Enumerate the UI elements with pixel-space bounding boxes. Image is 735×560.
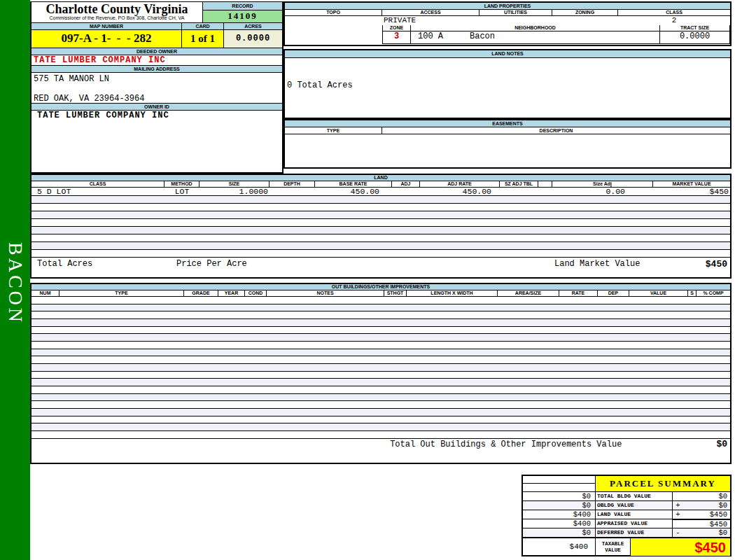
column-header: BASE RATE	[315, 181, 392, 187]
zone-header: ZONE	[383, 25, 411, 31]
empty-row	[31, 401, 730, 409]
empty-row	[31, 416, 730, 424]
column-header: CLASS	[31, 181, 164, 187]
out-buildings-column-headers: NUMTYPEGRADEYEARCONDNOTESSTHGTLENGTH X W…	[31, 290, 730, 297]
empty-row	[31, 219, 730, 227]
column-header: MARKET VALUE	[653, 181, 730, 187]
land-data-row: 5 D LOTLOT1.0000450.00450.000.00$450	[31, 188, 730, 196]
land-column-headers: CLASSMETHODSIZEDEPTHBASE RATEADJADJ RATE…	[31, 181, 730, 188]
column-header: DEPTH	[270, 181, 315, 187]
empty-row	[31, 227, 730, 234]
empty-row	[31, 304, 730, 312]
out-buildings-box: OUT BUILDINGS/OTHER IMPROVEMENTS NUMTYPE…	[30, 283, 732, 464]
parcel-summary-left: $400	[523, 519, 596, 528]
land-properties-title: LAND PROPERTIES	[285, 3, 730, 10]
empty-row	[31, 386, 730, 394]
empty-row	[31, 431, 730, 439]
land-cell: 450.00	[420, 188, 500, 195]
parcel-summary-left: $0	[523, 491, 596, 500]
land-notes-title: LAND NOTES	[285, 50, 730, 58]
class-value: 2	[618, 16, 730, 25]
neighborhood-value: 100 A Bacon	[411, 31, 660, 43]
deeded-owner-label: DEEDED OWNER	[31, 48, 282, 55]
total-acres-label: Total Acres	[37, 258, 92, 271]
parcel-summary-row: $400LAND VALUE+$450	[523, 510, 730, 519]
empty-row	[31, 250, 730, 258]
column-header: GRADE	[184, 290, 218, 296]
parcel-summary-left: $0	[523, 528, 596, 537]
land-cell: 1.0000	[200, 188, 270, 195]
empty-row	[31, 334, 730, 342]
empty-row	[31, 297, 730, 304]
land-box: LAND CLASSMETHODSIZEDEPTHBASE RATEADJADJ…	[30, 174, 732, 279]
parcel-summary-rows: $0TOTAL BLDG VALUE$0$0OBLDG VALUE+$0$400…	[523, 491, 730, 537]
parcel-summary-label: DEFERRED VALUE	[596, 528, 673, 537]
column-header: SIZE	[200, 181, 270, 187]
column-header: ADJ RATE	[420, 181, 500, 187]
parcel-summary-right: $0	[683, 528, 730, 537]
land-cell: 5 D LOT	[31, 188, 164, 195]
land-cell	[392, 188, 420, 195]
column-header: YEAR	[218, 290, 245, 296]
zoning-header: ZONING	[552, 10, 618, 15]
empty-row	[31, 196, 730, 204]
commissioner-line: Commissioner of the Revenue, PO Box 308,…	[31, 15, 202, 21]
empty-row	[31, 204, 730, 211]
map-number-label: MAP NUMBER	[31, 22, 182, 30]
land-totals-row: Total Acres Price Per Acre Land Market V…	[31, 258, 730, 272]
land-title: LAND	[31, 175, 730, 181]
county-header: Charlotte County Virginia Commissioner o…	[31, 2, 202, 22]
column-header: ADJ	[392, 181, 420, 187]
empty-row	[31, 356, 730, 364]
record-cell: RECORD 14109	[202, 2, 282, 22]
taxable-left-value: $400	[523, 538, 596, 556]
parcel-summary-label: APPRAISED VALUE	[596, 519, 673, 528]
mailing-address-value: 575 TA MANOR LN RED OAK, VA 23964-3964	[31, 73, 282, 103]
land-market-value-total: $450	[706, 258, 727, 271]
parcel-record-page: BACON Charlotte County Virginia Commissi…	[0, 0, 735, 560]
mailing-address-label: MAILING ADDRESS	[31, 65, 282, 73]
neighborhood-code: 100 A	[418, 31, 443, 43]
column-header: DEP	[598, 290, 629, 296]
tract-size-header: TRACT SIZE	[660, 25, 729, 31]
acres-label: ACRES	[224, 22, 282, 30]
parcel-summary-title: PARCEL SUMMARY	[596, 476, 730, 491]
parcel-summary-left: $400	[523, 510, 596, 519]
column-header: AREA/SIZE	[498, 290, 559, 296]
parcel-summary-right: $450	[683, 510, 730, 519]
empty-row	[31, 349, 730, 357]
land-cell: 450.00	[315, 188, 392, 195]
land-cell	[538, 188, 552, 195]
column-header: TYPE	[59, 290, 184, 296]
owner-id-label: OWNER ID	[31, 103, 282, 111]
land-cell: LOT	[164, 188, 200, 195]
column-header: SZ ADJ TBL	[500, 181, 538, 187]
taxable-value-amount: $450	[631, 538, 730, 556]
topo-header: TOPO	[285, 10, 382, 15]
empty-row	[31, 242, 730, 250]
taxable-value-label: TAXABLE VALUE	[596, 538, 631, 556]
parcel-summary-op	[673, 519, 683, 528]
empty-row	[31, 211, 730, 219]
zone-subtable: ZONE NEIGHBORHOOD TRACT SIZE 3 100 A Bac…	[382, 25, 730, 44]
column-header: RATE	[559, 290, 598, 296]
column-header	[538, 181, 552, 187]
neighborhood-name: Bacon	[470, 31, 495, 43]
easements-box: EASEMENTS TYPE DESCRIPTION	[284, 119, 732, 169]
empty-row	[31, 424, 730, 431]
parcel-summary-box: PARCEL SUMMARY $0TOTAL BLDG VALUE$0$0OBL…	[522, 475, 732, 556]
column-header: COND	[245, 290, 267, 296]
column-header: METHOD	[164, 181, 200, 187]
land-market-value-label: Land Market Value	[554, 258, 640, 271]
land-properties-box: LAND PROPERTIES TOPO ACCESS UTILITIES ZO…	[284, 1, 732, 46]
empty-row	[31, 319, 730, 327]
land-cell	[270, 188, 315, 195]
parcel-summary-right: $0	[683, 500, 730, 510]
land-empty-rows	[31, 196, 730, 258]
empty-row	[31, 372, 730, 379]
empty-row	[31, 394, 730, 402]
record-label: RECORD	[203, 2, 282, 10]
acres-value: 0.0000	[224, 30, 282, 48]
column-header: % COMP	[696, 290, 730, 296]
tract-size-value: 0.0000	[660, 31, 729, 43]
